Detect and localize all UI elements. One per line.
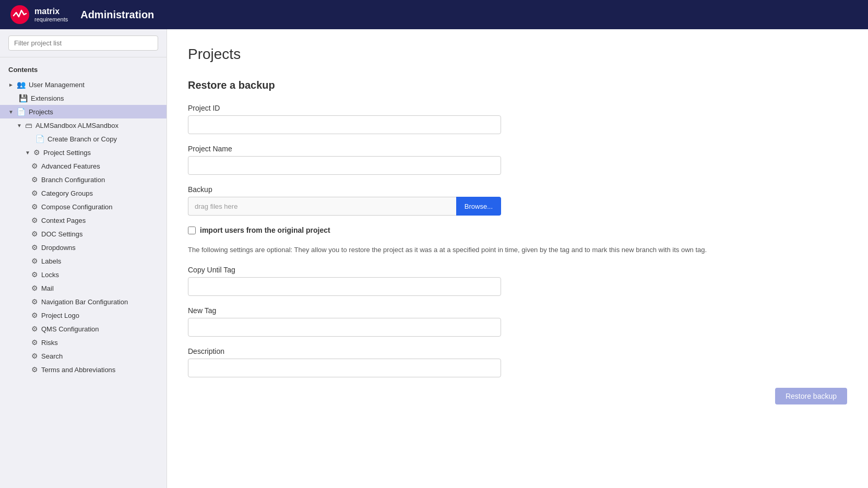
description-group: Description [188,347,847,377]
new-tag-input[interactable] [188,318,501,337]
backup-row: drag files here Browse... [188,197,501,216]
users-icon: 👥 [17,80,26,89]
gear-icon: ⚙ [31,162,38,170]
nav-tree: ► 👥 User Management 💾 Extensions ▼ 📄 Pro… [0,78,167,385]
gear-icon: ⚙ [31,216,38,224]
copy-until-tag-label: Copy Until Tag [188,266,847,274]
info-text: The following settings are optional: The… [188,245,736,255]
sidebar-item-label: Locks [41,271,158,279]
sidebar-item-label: Search [41,352,158,360]
logo-icon [10,5,29,24]
sidebar-item-context-pages[interactable]: ⚙ Context Pages [0,213,167,227]
project-name-group: Project Name [188,145,847,175]
sidebar-item-doc-settings[interactable]: ⚙ DOC Settings [0,227,167,241]
sidebar-item-user-management[interactable]: ► 👥 User Management [0,78,167,91]
gear-icon: ⚙ [31,243,38,252]
gear-icon: ⚙ [31,270,38,279]
restore-backup-button[interactable]: Restore backup [775,388,847,404]
description-label: Description [188,347,847,355]
main-content: Projects Restore a backup Project ID Pro… [167,29,868,488]
sidebar-item-qms-configuration[interactable]: ⚙ QMS Configuration [0,322,167,336]
sidebar-item-category-groups[interactable]: ⚙ Category Groups [0,186,167,200]
chevron-icon: ▼ [17,123,22,128]
project-id-input[interactable] [188,115,501,134]
page-title: Projects [188,46,847,63]
sidebar-item-mail[interactable]: ⚙ Mail [0,281,167,295]
gear-icon: ⚙ [31,203,38,211]
sidebar-item-label: Labels [41,257,158,265]
copy-until-tag-group: Copy Until Tag [188,266,847,296]
database-icon: 🗃 [25,121,32,129]
sidebar-item-create-branch[interactable]: 📄 Create Branch or Copy [0,132,167,146]
sidebar-item-labels[interactable]: ⚙ Labels [0,254,167,268]
import-users-checkbox[interactable] [188,227,196,234]
gear-icon: ⚙ [31,257,38,265]
browse-button[interactable]: Browse... [456,197,501,216]
sidebar-item-label: Context Pages [41,217,158,224]
sidebar-item-terms-abbreviations[interactable]: ⚙ Terms and Abbreviations [0,363,167,376]
sidebar-item-label: Mail [41,284,158,292]
logo-text: matrix requirements [34,6,68,23]
import-users-label: import users from the original project [200,226,330,234]
sidebar-item-branch-configuration[interactable]: ⚙ Branch Configuration [0,173,167,186]
gear-icon: ⚙ [31,189,38,197]
project-name-input[interactable] [188,156,501,175]
app-header: matrix requirements Administration [0,0,868,29]
gear-icon: ⚙ [31,230,38,238]
settings-icon: ⚙ [33,148,40,157]
drag-area: drag files here [188,197,456,216]
import-users-row: import users from the original project [188,226,847,234]
sidebar-item-label: Navigation Bar Configuration [41,298,158,306]
new-tag-group: New Tag [188,306,847,337]
sidebar-item-label: Project Logo [41,312,158,319]
page-icon: 📄 [35,135,44,143]
sidebar-item-risks[interactable]: ⚙ Risks [0,336,167,349]
sidebar-item-label: QMS Configuration [41,325,158,333]
sidebar-item-compose-configuration[interactable]: ⚙ Compose Configuration [0,200,167,213]
extensions-icon: 💾 [19,94,28,102]
sidebar-item-label: Projects [29,108,158,116]
gear-icon: ⚙ [31,311,38,319]
drag-placeholder: drag files here [195,203,237,210]
description-input[interactable] [188,359,501,377]
sidebar-item-label: User Management [29,81,158,89]
gear-icon: ⚙ [31,175,38,184]
backup-group: Backup drag files here Browse... [188,185,847,216]
sidebar-item-label: Advanced Features [41,162,158,170]
sidebar-item-project-settings[interactable]: ▼ ⚙ Project Settings [0,146,167,159]
sidebar-item-label: DOC Settings [41,230,158,238]
sidebar-item-label: Dropdowns [41,244,158,252]
sidebar-item-project-logo[interactable]: ⚙ Project Logo [0,308,167,322]
sidebar-item-search[interactable]: ⚙ Search [0,349,167,363]
sidebar-item-label: Extensions [31,94,158,102]
sidebar-item-label: Risks [41,339,158,347]
sidebar-item-projects[interactable]: ▼ 📄 Projects [0,105,167,118]
restore-btn-wrapper: Restore backup [534,388,847,404]
sidebar-item-locks[interactable]: ⚙ Locks [0,268,167,281]
filter-area [0,29,167,57]
contents-label: Contents [0,57,167,78]
project-id-group: Project ID [188,104,847,134]
project-id-label: Project ID [188,104,847,112]
logo-area: matrix requirements [10,5,68,24]
backup-label: Backup [188,185,847,194]
brand-name: matrix [34,6,68,16]
sidebar-item-label: Terms and Abbreviations [41,366,158,374]
gear-icon: ⚙ [31,325,38,333]
section-title: Restore a backup [188,79,847,91]
filter-input[interactable] [8,35,158,51]
sidebar-item-extensions[interactable]: 💾 Extensions [0,91,167,105]
gear-icon: ⚙ [31,365,38,374]
header-title: Administration [80,9,154,21]
sidebar-item-label: Project Settings [43,149,158,157]
sidebar-item-advanced-features[interactable]: ⚙ Advanced Features [0,159,167,173]
sidebar-item-dropdowns[interactable]: ⚙ Dropdowns [0,241,167,254]
sidebar-item-almsandbox[interactable]: ▼ 🗃 ALMSandbox ALMSandbox [0,118,167,132]
gear-icon: ⚙ [31,297,38,306]
brand-sub: requirements [34,16,68,23]
sidebar: Contents ► 👥 User Management 💾 Extension… [0,29,167,488]
sidebar-item-navigation-bar[interactable]: ⚙ Navigation Bar Configuration [0,295,167,308]
copy-until-tag-input[interactable] [188,277,501,296]
sidebar-item-label: Category Groups [41,189,158,197]
new-tag-label: New Tag [188,306,847,315]
